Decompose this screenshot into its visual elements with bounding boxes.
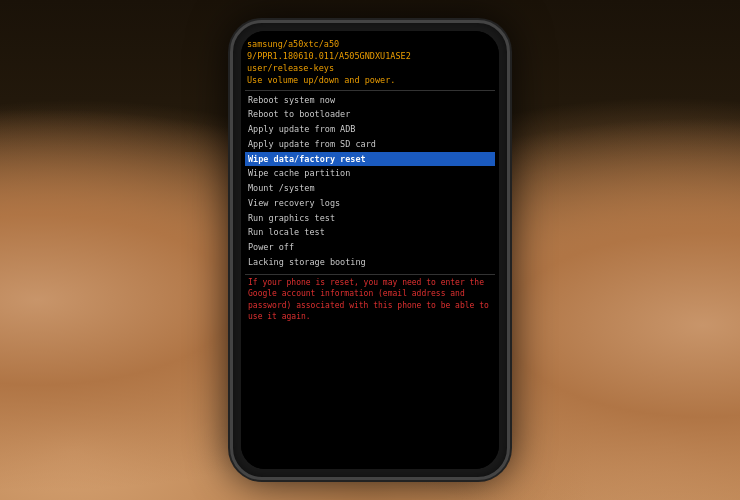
menu-item-5[interactable]: Wipe cache partition (245, 166, 495, 181)
device-instruction: Use volume up/down and power. (247, 75, 493, 87)
menu-item-1[interactable]: Reboot to bootloader (245, 107, 495, 122)
menu-item-4[interactable]: Wipe data/factory reset (245, 152, 495, 167)
menu-item-8[interactable]: Run graphics test (245, 211, 495, 226)
bixby-button (508, 143, 510, 165)
phone-device: samsung/a50xtc/a50 9/PPR1.180610.011/A50… (230, 20, 510, 480)
power-button (508, 113, 510, 135)
device-model-1: samsung/a50xtc/a50 (247, 39, 493, 51)
menu-item-11[interactable]: Lacking storage booting (245, 255, 495, 270)
menu-item-3[interactable]: Apply update from SD card (245, 137, 495, 152)
menu-item-2[interactable]: Apply update from ADB (245, 122, 495, 137)
device-model-3: user/release-keys (247, 63, 493, 75)
device-model-2: 9/PPR1.180610.011/A505GNDXU1ASE2 (247, 51, 493, 63)
menu-item-7[interactable]: View recovery logs (245, 196, 495, 211)
warning-message: If your phone is reset, you may need to … (248, 277, 492, 323)
menu-item-10[interactable]: Power off (245, 240, 495, 255)
device-info-block: samsung/a50xtc/a50 9/PPR1.180610.011/A50… (245, 37, 495, 91)
menu-item-6[interactable]: Mount /system (245, 181, 495, 196)
recovery-screen: samsung/a50xtc/a50 9/PPR1.180610.011/A50… (241, 31, 499, 469)
volume-button (230, 123, 232, 153)
warning-box: If your phone is reset, you may need to … (245, 274, 495, 325)
phone-inner: samsung/a50xtc/a50 9/PPR1.180610.011/A50… (241, 31, 499, 469)
recovery-menu: Reboot system nowReboot to bootloaderApp… (245, 93, 495, 270)
menu-item-9[interactable]: Run locale test (245, 225, 495, 240)
scene: samsung/a50xtc/a50 9/PPR1.180610.011/A50… (0, 0, 740, 500)
menu-item-0[interactable]: Reboot system now (245, 93, 495, 108)
